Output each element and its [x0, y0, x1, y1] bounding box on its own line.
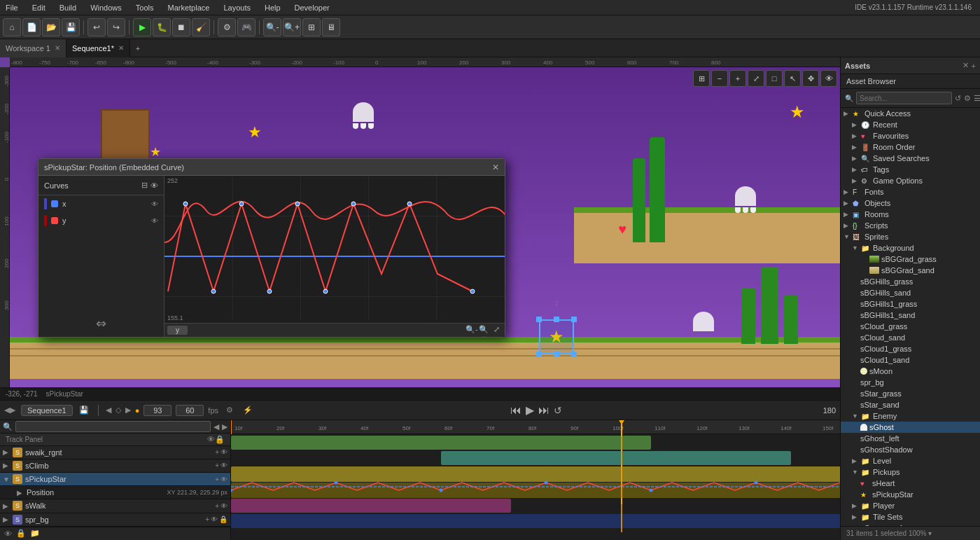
tree-objects[interactable]: ▶ ⬟ Objects [841, 198, 980, 209]
tree-scloud1-grass[interactable]: sCloud1_grass [841, 343, 980, 354]
tree-enemy-folder[interactable]: ▼ 📁 Enemy [841, 410, 980, 422]
tab-workspace1-close[interactable]: ✕ [55, 44, 60, 52]
playhead-frame-input[interactable] [144, 405, 172, 416]
track-add-spickupstar[interactable]: + [215, 476, 219, 483]
track-row-swalk[interactable]: ▶ S sWalk + 👁 [0, 499, 230, 513]
vp-view[interactable]: 👁 [820, 70, 837, 87]
tree-recent[interactable]: ▶ 🕐 Recent [841, 119, 980, 130]
tree-sstar-grass[interactable]: sStar_grass [841, 388, 980, 399]
menu-tools[interactable]: Tools [133, 2, 157, 13]
vp-zoom-out[interactable]: − [711, 70, 728, 87]
redo-button[interactable]: ↪ [107, 18, 125, 36]
tree-fonts[interactable]: ▶ F Fonts [841, 186, 980, 198]
tree-sghostshadow[interactable]: sGhostShadow [841, 444, 980, 455]
tree-saved-searches[interactable]: ▶ 🔍 Saved Searches [841, 153, 980, 164]
game-viewport[interactable]: -800 -750 -700 -650 -600 -500 -400 -300 … [0, 57, 840, 400]
seq-prev-keyframe[interactable]: ◀ [106, 406, 111, 415]
go-end-button[interactable]: ⏭ [538, 404, 550, 417]
tree-sghost-left[interactable]: sGhost_left [841, 433, 980, 444]
track-eye-sclimb[interactable]: 👁 [220, 462, 227, 469]
vp-fit[interactable]: ⤢ [748, 70, 764, 87]
menu-edit[interactable]: Edit [29, 2, 48, 13]
asset-search-input[interactable] [856, 92, 952, 104]
vp-move[interactable]: ✥ [802, 70, 819, 87]
tree-pickups-folder[interactable]: ▼ 📁 Pickups [841, 466, 980, 478]
seq-save-button[interactable]: 💾 [77, 403, 91, 417]
filter-icon[interactable]: ⚙ [964, 94, 971, 103]
tree-bgggrad-sand[interactable]: ▶ sBGGrad_sand [841, 265, 980, 276]
track-add-swalk-rgnt[interactable]: + [215, 448, 219, 456]
track-eye-spr-bg[interactable]: 👁 [211, 515, 218, 523]
curve-x-eye[interactable]: 👁 [151, 200, 158, 208]
monitor-button[interactable]: 🖥 [322, 18, 340, 36]
menu-help[interactable]: Help [262, 2, 284, 13]
settings-button[interactable]: ⚙ [218, 18, 236, 36]
open-button[interactable]: 📂 [42, 18, 60, 36]
menu-file[interactable]: File [3, 2, 21, 13]
curves-graph[interactable]: 252 155.1 [164, 176, 505, 337]
track-bottom-eye[interactable]: 👁 [4, 529, 12, 538]
graph-zoom-out[interactable]: 🔍- [465, 325, 477, 336]
track-search-input[interactable] [15, 421, 211, 432]
tree-sstar-sand[interactable]: sStar_sand [841, 399, 980, 410]
gamepad-button[interactable]: 🎮 [237, 18, 255, 36]
undo-button[interactable]: ↩ [88, 18, 106, 36]
tree-scloud-grass[interactable]: sCloud_grass [841, 321, 980, 332]
assets-close-button[interactable]: ✕ [962, 61, 969, 70]
tree-bgggrad-grass[interactable]: ▶ sBGGrad_grass [841, 254, 980, 265]
tree-game-options[interactable]: ▶ ⚙ Game Options [841, 175, 980, 186]
graph-y-tab[interactable]: y [167, 326, 188, 335]
fps-input[interactable] [176, 405, 204, 416]
track-eye-all[interactable]: 👁 [207, 435, 215, 443]
track-lock-all[interactable]: 🔒 [215, 435, 225, 444]
tree-sghost[interactable]: sGhost [841, 422, 980, 433]
refresh-icon[interactable]: ↺ [955, 94, 961, 103]
home-button[interactable]: ⌂ [3, 18, 21, 36]
grid-toggle[interactable]: ⊞ [693, 70, 710, 87]
track-bottom-lock[interactable]: 🔒 [16, 529, 26, 538]
broadcast-button[interactable]: ⚡ [241, 403, 255, 417]
tree-bghills-sand[interactable]: sBGHills_sand [841, 287, 980, 298]
game-scene[interactable]: ★ ★ ★ ♥ [10, 67, 840, 400]
tree-player-folder[interactable]: ▶ 📁 Player [841, 500, 980, 511]
tree-bghills-grass[interactable]: sBGHills_grass [841, 276, 980, 287]
tree-background-folder[interactable]: ▼ 📁 Background [841, 242, 980, 254]
debug-button[interactable]: 🐛 [153, 18, 171, 36]
menu-layouts[interactable]: Layouts [220, 2, 253, 13]
track-eye-swalk-rgnt[interactable]: 👁 [220, 448, 227, 456]
graph-zoom-in[interactable]: 🔍+ [478, 325, 489, 336]
zoom-fit-button[interactable]: ⊞ [302, 18, 321, 36]
tab-sequence1[interactable]: Sequence1* ✕ [66, 39, 130, 57]
tree-scripts[interactable]: ▶ {} Scripts [841, 220, 980, 231]
tree-bghills1-grass[interactable]: sBGHills1_grass [841, 298, 980, 310]
run-button[interactable]: ▶ [133, 18, 151, 36]
track-row-spickupstar[interactable]: ▼ S sPickupStar + 👁 [0, 473, 230, 486]
seq-next-keyframe[interactable]: ▶ [125, 406, 131, 415]
seq-record-button[interactable]: ● [135, 406, 140, 415]
tab-sequence1-close[interactable]: ✕ [118, 44, 124, 52]
tree-sprites[interactable]: ▼ 🖼 Sprites [841, 231, 980, 242]
timeline-ruler[interactable]: 10f 20f 30f 40f 50f 60f 70f 80f 90f 100f… [231, 420, 840, 434]
play-button[interactable]: ▶ [526, 403, 534, 417]
tree-tilesets-folder[interactable]: ▶ 📁 Tile Sets [841, 511, 980, 522]
tree-room-order[interactable]: ▶ 🚪 Room Order [841, 141, 980, 153]
sequence-name[interactable]: Sequence1 [21, 405, 73, 416]
vp-zoom-in[interactable]: + [729, 70, 746, 87]
curve-item-x[interactable]: x 👁 [38, 195, 164, 212]
menu-marketplace[interactable]: Marketplace [164, 2, 212, 13]
track-row-spr-bg[interactable]: ▶ S spr_bg + 👁 🔒 [0, 513, 230, 527]
track-bottom-folder[interactable]: 📁 [30, 529, 40, 538]
seq-nav-left[interactable]: ◀▶ [4, 406, 15, 415]
tree-spickupstar[interactable]: ★ sPickupStar [841, 489, 980, 500]
stop-button[interactable]: ⏹ [172, 18, 190, 36]
menu-build[interactable]: Build [57, 2, 79, 13]
track-add-spr-bg[interactable]: + [205, 515, 209, 523]
tree-rooms[interactable]: ▶ ▣ Rooms [841, 209, 980, 220]
track-eye-spickupstar[interactable]: 👁 [220, 476, 227, 483]
events-button[interactable]: ⚙ [223, 403, 237, 417]
dialog-close-button[interactable]: ✕ [492, 162, 499, 172]
curve-item-y[interactable]: y 👁 [38, 212, 164, 229]
loop-button[interactable]: ↺ [554, 405, 562, 416]
menu-windows[interactable]: Windows [88, 2, 125, 13]
go-start-button[interactable]: ⏮ [510, 404, 522, 417]
